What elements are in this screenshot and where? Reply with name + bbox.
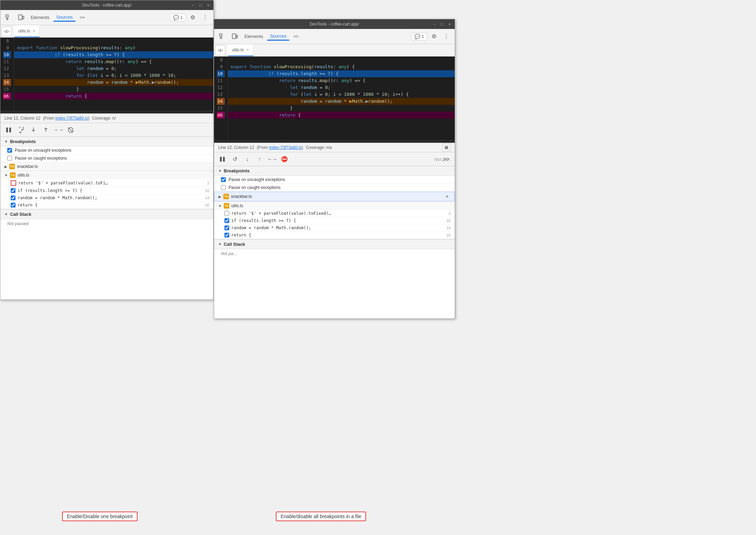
step-over-btn-2[interactable]: ↺ bbox=[229, 154, 240, 165]
step-into-btn-2[interactable]: ↓ bbox=[242, 154, 253, 165]
bp-entry-utils-1-3: random = random * Math.random(); 14 bbox=[0, 194, 213, 202]
pause-uncaught-label-1: Pause on uncaught exceptions bbox=[15, 148, 71, 153]
code-line-16-1: return { bbox=[14, 93, 213, 100]
call-stack-header-2[interactable]: ▼ Call Stack bbox=[214, 239, 455, 249]
console-badge-1[interactable]: 💬 1 bbox=[170, 14, 186, 21]
file-tab-utils-1[interactable]: utils.ts × bbox=[14, 25, 40, 37]
close-btn-1[interactable]: × bbox=[206, 3, 211, 8]
snackbar-filename-1: snackbar.ts bbox=[17, 164, 38, 169]
tab-elements-1[interactable]: Elements bbox=[28, 13, 52, 21]
bp-checkbox-3-2[interactable] bbox=[224, 225, 229, 230]
sidebar-toggle-2[interactable]: ◁▷ bbox=[215, 46, 225, 55]
step-into-btn-1[interactable] bbox=[28, 124, 39, 135]
device-toggle-btn-2[interactable] bbox=[229, 31, 240, 42]
bp-file-utils-1: ▼ TS utils.ts return '$' + parseFloat(va… bbox=[0, 171, 213, 209]
bp-file-utils-header-2[interactable]: ▼ TS utils.ts bbox=[214, 202, 455, 210]
bp-checkbox-3-1[interactable] bbox=[11, 195, 16, 200]
bp-file-utils-header-1[interactable]: ▼ TS utils.ts bbox=[0, 171, 213, 179]
expand-panel-btn-2[interactable]: ⊞ bbox=[442, 143, 451, 152]
deactivate-btn-1[interactable] bbox=[65, 124, 76, 135]
minimize-btn-1[interactable]: − bbox=[191, 3, 195, 8]
bp-entry-utils-2-4: return { 16 bbox=[214, 232, 455, 239]
pause-uncaught-row-1: Pause on uncaught exceptions bbox=[0, 147, 213, 154]
pause-uncaught-checkbox-2[interactable] bbox=[221, 177, 226, 182]
pause-resume-btn-2[interactable] bbox=[217, 154, 228, 165]
tab-more-1[interactable]: >> bbox=[77, 13, 88, 21]
svg-rect-15 bbox=[232, 34, 236, 39]
breakpoints-header-1[interactable]: ▼ Breakpoints bbox=[0, 137, 213, 147]
line-11-num-2: 11 bbox=[217, 77, 225, 84]
restore-btn-1[interactable]: □ bbox=[198, 3, 203, 8]
pause-uncaught-checkbox-1[interactable] bbox=[7, 148, 12, 153]
more-options-btn-1[interactable]: ⋮ bbox=[200, 12, 211, 23]
pause-caught-checkbox-1[interactable] bbox=[7, 156, 12, 161]
tab-elements-2[interactable]: Elements bbox=[242, 32, 266, 40]
step-over-btn-1[interactable] bbox=[16, 124, 27, 135]
pause-caught-label-1: Pause on caught exceptions bbox=[15, 156, 67, 161]
bp-checkbox-2-2[interactable] bbox=[224, 218, 229, 223]
bp-file-snackbar-1: ▶ TS snackbar.ts bbox=[0, 162, 213, 171]
coverage-label-2: Coverage: n/a bbox=[306, 145, 332, 150]
restore-btn-2[interactable]: □ bbox=[440, 22, 444, 27]
file-tab-utils-2[interactable]: utils.ts × bbox=[228, 44, 253, 56]
bp-checkbox-4-1[interactable] bbox=[11, 203, 16, 208]
console-icon-1: 💬 bbox=[173, 15, 179, 20]
bp-checkbox-4-2[interactable] bbox=[224, 233, 229, 238]
bp-entry-utils-2-1: return '$' + parseFloat(value).toFixed(…… bbox=[214, 210, 455, 217]
bp-file-snackbar-header-2[interactable]: ▶ TS snackbar.ts × bbox=[214, 192, 455, 201]
bp-entry-text-2-4: return { bbox=[231, 233, 251, 238]
pause-caught-label-2: Pause on caught exceptions bbox=[229, 185, 281, 190]
pause-resume-btn-1[interactable] bbox=[3, 124, 14, 135]
step-btn-2[interactable]: →→ bbox=[266, 154, 278, 165]
settings-btn-1[interactable]: ⚙ bbox=[187, 12, 198, 23]
bp-checkbox-2-1[interactable] bbox=[11, 188, 16, 193]
annotation-2-text: Enable/disable all breakpoints in a file bbox=[281, 514, 361, 519]
snackbar-close-btn-2[interactable]: × bbox=[444, 193, 450, 200]
status-bar-2: Line 12, Column 12 (From index-73f73a80.… bbox=[214, 143, 455, 152]
more-options-btn-2[interactable]: ⋮ bbox=[441, 31, 452, 42]
device-toggle-btn-1[interactable] bbox=[16, 12, 27, 23]
utils-file-icon-1: TS bbox=[10, 172, 16, 178]
deactivate-btn-2[interactable]: ⛔ bbox=[279, 154, 290, 165]
console-badge-2[interactable]: 💬 1 bbox=[411, 33, 427, 40]
source-file-link-2[interactable]: index-73f73a80.js bbox=[269, 145, 302, 150]
bp-checkbox-1-2[interactable] bbox=[224, 211, 229, 216]
horizontal-scroll-1[interactable] bbox=[0, 111, 213, 113]
line-numbers-2: 8 9 10 11 12 13 ? 14 15 ⬤ 16 bbox=[214, 57, 228, 140]
minimize-btn-2[interactable]: − bbox=[432, 22, 437, 27]
bp-checkbox-highlighted-1[interactable] bbox=[11, 180, 16, 186]
settings-btn-2[interactable]: ⚙ bbox=[429, 31, 440, 42]
debug-toolbar-2: ↺ ↓ ↑ →→ ⛔ >> Not pa… bbox=[214, 152, 455, 166]
step-out-btn-2[interactable]: ↑ bbox=[254, 154, 265, 165]
file-tab-close-1[interactable]: × bbox=[33, 29, 35, 33]
tab-sources-2[interactable]: Sources bbox=[267, 32, 289, 41]
inspect-element-btn-2[interactable] bbox=[217, 31, 228, 42]
step-out-btn-1[interactable] bbox=[40, 124, 51, 135]
call-stack-header-1[interactable]: ▼ Call Stack bbox=[0, 209, 213, 219]
horizontal-scroll-2[interactable] bbox=[214, 140, 455, 143]
close-btn-2[interactable]: × bbox=[447, 22, 452, 27]
pause-uncaught-label-2: Pause on uncaught exceptions bbox=[229, 177, 285, 182]
annotation-1: Enable/Disable one breakpoint bbox=[62, 512, 138, 521]
inspect-element-btn-1[interactable] bbox=[3, 12, 14, 23]
pause-caught-checkbox-2[interactable] bbox=[221, 185, 226, 190]
from-label-1: (From index-73f73a80.js) bbox=[43, 116, 89, 121]
file-tab-name-2: utils.ts bbox=[232, 48, 244, 52]
not-paused-text-2: Not pa… bbox=[214, 249, 455, 258]
line-15-num-1: 15 bbox=[3, 86, 11, 93]
source-file-link-1[interactable]: index-73f73a80.js bbox=[55, 116, 88, 121]
bp-entry-utils-2-2: if (results.length >= 7) { 10 bbox=[214, 217, 455, 224]
breakpoints-header-2[interactable]: ▼ Breakpoints bbox=[214, 166, 455, 176]
file-tab-close-2[interactable]: × bbox=[246, 48, 249, 52]
coverage-label-1: Coverage: n/ bbox=[92, 116, 116, 121]
bp-line-num-2-2: 10 bbox=[446, 219, 451, 223]
pause-uncaught-row-2: Pause on uncaught exceptions bbox=[214, 176, 455, 184]
sidebar-toggle-1[interactable]: ◁▷ bbox=[2, 27, 11, 36]
bp-file-snackbar-header-1[interactable]: ▶ TS snackbar.ts bbox=[0, 162, 213, 171]
code-lines-1: export function slowProcessing(results: … bbox=[14, 38, 213, 111]
tab-sources-1[interactable]: Sources bbox=[53, 13, 75, 22]
devtools-toolbar-1: Elements Sources >> 💬 1 ⚙ ⋮ bbox=[0, 10, 213, 25]
line-10-num-2: 10 bbox=[217, 70, 225, 77]
tab-more-2[interactable]: >> bbox=[291, 32, 301, 40]
step-btn-1[interactable]: →→ bbox=[53, 124, 64, 135]
